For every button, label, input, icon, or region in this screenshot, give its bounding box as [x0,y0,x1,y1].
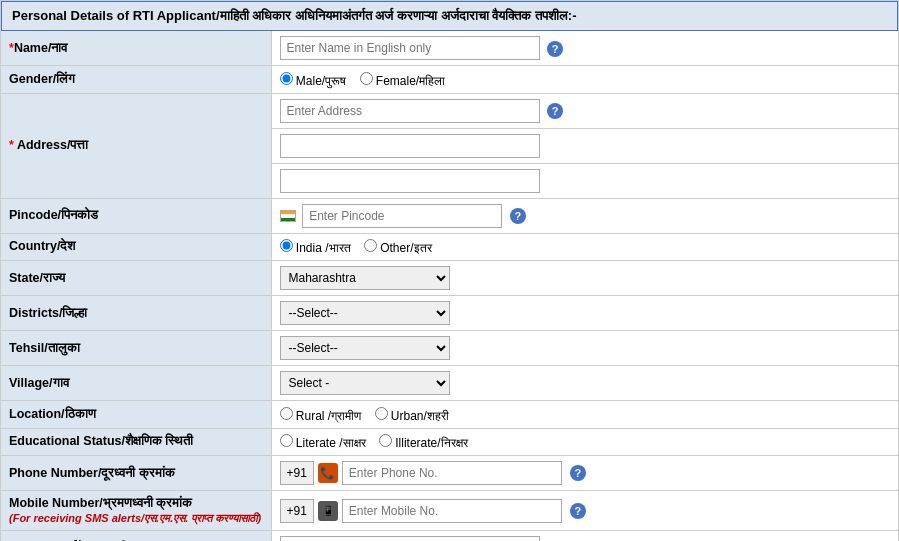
mobile-label: Mobile Number/भ्रमणध्वनी क्रमांक (For re… [1,491,271,531]
tehsil-row: Tehsil/तालुका --Select-- [1,331,898,366]
location-rural-radio[interactable] [280,407,293,420]
address-input-1[interactable] [280,99,540,123]
name-input-cell: ? [271,31,898,66]
location-urban-label[interactable]: Urban/शहरी [375,409,449,423]
name-required-star: * [9,41,14,55]
page-title: Personal Details of RTI Applicant/माहिती… [12,8,577,23]
districts-select[interactable]: --Select-- [280,301,450,325]
state-input-cell: Maharashtra [271,261,898,296]
india-flag-icon [280,210,296,222]
pincode-input[interactable] [302,204,502,228]
illiterate-label[interactable]: Illiterate/निरक्षर [379,436,468,450]
illiterate-radio[interactable] [379,434,392,447]
gender-input-cell: Male/पुरूष Female/महिला [271,66,898,94]
state-select[interactable]: Maharashtra [280,266,450,290]
tehsil-label: Tehsil/तालुका [1,331,271,366]
page-container: Personal Details of RTI Applicant/माहिती… [0,0,899,541]
country-input-cell: India /भारत Other/इतर [271,233,898,261]
phone-input-cell: +91 📞 ? [271,456,898,491]
gender-female-label[interactable]: Female/महिला [360,74,446,88]
location-row: Location/ठिकाण Rural /ग्रामीण Urban/शहरी [1,401,898,429]
phone-label: Phone Number/दूरध्वनी क्रमांक [1,456,271,491]
phone-input[interactable] [342,461,562,485]
country-other-label[interactable]: Other/इतर [364,241,432,255]
tehsil-input-cell: --Select-- [271,331,898,366]
mobile-country-code: +91 [280,499,314,523]
mobile-row: Mobile Number/भ्रमणध्वनी क्रमांक (For re… [1,491,898,531]
state-row: State/राज्य Maharashtra [1,261,898,296]
mobile-help-icon[interactable]: ? [570,503,586,519]
country-other-radio[interactable] [364,239,377,252]
districts-row: Districts/जिल्हा --Select-- [1,296,898,331]
village-row: Village/गाव Select - [1,366,898,401]
email-input[interactable] [280,536,540,541]
address-input-cell-3 [271,163,898,198]
location-input-cell: Rural /ग्रामीण Urban/शहरी [271,401,898,429]
phone-row: Phone Number/दूरध्वनी क्रमांक +91 📞 ? [1,456,898,491]
pincode-row: Pincode/पिनकोड ? [1,198,898,233]
address-help-icon[interactable]: ? [547,103,563,119]
phone-container: +91 📞 ? [280,461,891,485]
name-label: *Name/नाव [1,31,271,66]
phone-help-icon[interactable]: ? [570,465,586,481]
village-label: Village/गाव [1,366,271,401]
country-india-radio[interactable] [280,239,293,252]
email-row: * Email-ID/ईमेल-आयडी ? [1,531,898,541]
mobile-container: +91 📱 ? [280,499,891,523]
mobile-icon: 📱 [318,501,338,521]
literate-radio[interactable] [280,434,293,447]
village-select[interactable]: Select - [280,371,450,395]
address-label: * Address/पत्ता [1,93,271,198]
location-rural-label[interactable]: Rural /ग्रामीण [280,409,365,423]
phone-icon: 📞 [318,463,338,483]
districts-label: Districts/जिल्हा [1,296,271,331]
pincode-label: Pincode/पिनकोड [1,198,271,233]
location-urban-radio[interactable] [375,407,388,420]
phone-country-code: +91 [280,461,314,485]
address-input-cell-2 [271,128,898,163]
country-label: Country/देश [1,233,271,261]
districts-input-cell: --Select-- [271,296,898,331]
address-input-3[interactable] [280,169,540,193]
address-input-cell-1: ? [271,93,898,128]
form-table: *Name/नाव ? Gender/लिंग Male/पुरूष Femal… [1,31,898,541]
gender-row: Gender/लिंग Male/पुरूष Female/महिला [1,66,898,94]
gender-female-radio[interactable] [360,72,373,85]
address-required-star: * [9,138,17,152]
mobile-input-cell: +91 📱 ? [271,491,898,531]
email-input-cell: ? [271,531,898,541]
address-row: * Address/पत्ता ? [1,93,898,128]
gender-male-radio[interactable] [280,72,293,85]
educational-status-input-cell: Literate /साक्षर Illiterate/निरक्षर [271,428,898,456]
tehsil-select[interactable]: --Select-- [280,336,450,360]
name-row: *Name/नाव ? [1,31,898,66]
mobile-input[interactable] [342,499,562,523]
email-label: * Email-ID/ईमेल-आयडी [1,531,271,541]
sms-alert-text: (For receiving SMS alerts/एस.एम.एस. प्रा… [9,512,261,524]
educational-status-row: Educational Status/शैक्षणिक स्थिती Liter… [1,428,898,456]
page-header: Personal Details of RTI Applicant/माहिती… [1,1,898,31]
address-input-2[interactable] [280,134,540,158]
pincode-help-icon[interactable]: ? [510,208,526,224]
gender-male-label[interactable]: Male/पुरूष [280,74,350,88]
country-india-label[interactable]: India /भारत [280,241,354,255]
village-input-cell: Select - [271,366,898,401]
gender-label: Gender/लिंग [1,66,271,94]
state-label: State/राज्य [1,261,271,296]
name-input[interactable] [280,36,540,60]
country-row: Country/देश India /भारत Other/इतर [1,233,898,261]
location-label: Location/ठिकाण [1,401,271,429]
name-help-icon[interactable]: ? [547,41,563,57]
pincode-input-cell: ? [271,198,898,233]
educational-status-label: Educational Status/शैक्षणिक स्थिती [1,428,271,456]
literate-label[interactable]: Literate /साक्षर [280,436,369,450]
